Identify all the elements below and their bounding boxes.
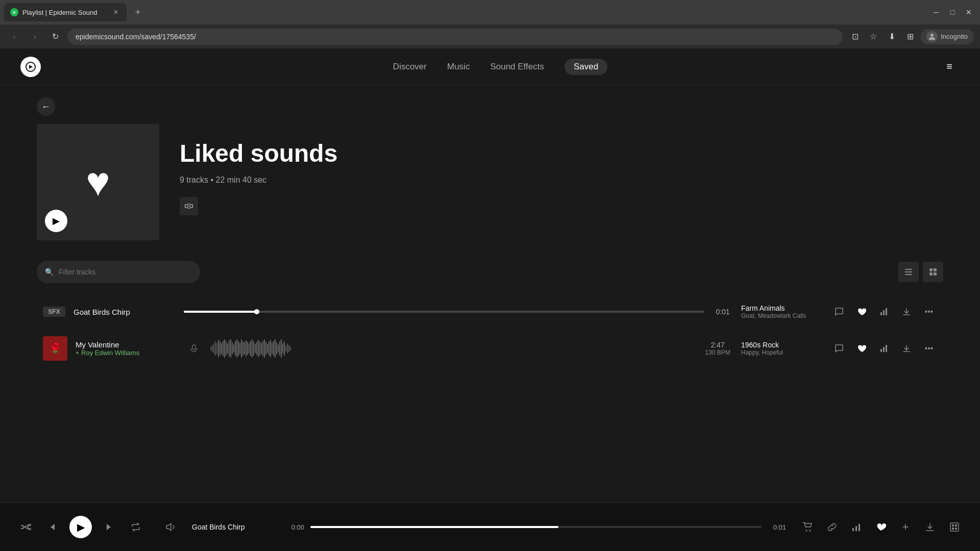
extension-icon[interactable]: ⊞ [902,29,918,45]
svg-rect-16 [852,528,854,531]
address-bar[interactable]: epidemicsound.com/saved/17564535/ [67,29,843,45]
logo-circle [20,57,41,77]
track-actions: ••• [831,304,937,320]
grid-view-button[interactable] [923,262,943,282]
app-container: Discover Music Sound Effects Saved ≡ ← ♥… [0,48,980,503]
svg-rect-17 [855,526,857,531]
browser-titlebar: e Playlist | Epidemic Sound ✕ + ─ □ ✕ [0,0,980,24]
track-bpm: 130 BPM [702,349,733,356]
volume-button[interactable] [161,518,180,536]
sfx-progress-bar [184,311,704,313]
track-waveform[interactable] [210,338,694,359]
track-waveform[interactable] [184,302,704,322]
player-like-button[interactable] [872,518,890,536]
track-item[interactable]: SFX Goat Birds Chirp 0:01 Farm Animals G… [37,293,943,330]
player-bar: ▶ Goat Birds Chirp 0:00 0:01 + [0,503,980,551]
browser-tab[interactable]: e Playlist | Epidemic Sound ✕ [4,3,127,21]
more-options-button[interactable]: ••• [921,340,937,357]
download-icon[interactable]: ⬇ [884,29,900,45]
player-time-total: 0:01 [768,523,786,531]
previous-button[interactable] [43,518,61,536]
svg-rect-1 [905,271,912,272]
track-info: My Valentine + Roy Edwin Williams [76,340,178,357]
refresh-button[interactable]: ↻ [47,29,63,45]
stats-button[interactable] [876,304,892,320]
close-window-button[interactable]: ✕ [962,5,976,19]
track-list: SFX Goat Birds Chirp 0:01 Farm Animals G… [37,293,943,367]
back-button[interactable]: ← [37,97,55,116]
nav-saved[interactable]: Saved [565,59,607,75]
maximize-button[interactable]: □ [945,5,960,19]
nav-menu-button[interactable]: ≡ [939,57,960,77]
new-tab-button[interactable]: + [131,5,145,19]
forward-nav-button[interactable]: › [27,29,43,45]
playlist-cover: ♥ ▶ [37,124,159,240]
svg-rect-3 [929,268,933,271]
svg-rect-13 [886,345,887,352]
svg-rect-19 [950,523,959,531]
stats-button[interactable] [876,340,892,357]
comment-button[interactable] [831,340,847,357]
like-button[interactable] [853,340,870,357]
comment-button[interactable] [831,304,847,320]
repeat-button[interactable] [127,518,145,536]
svg-point-15 [810,530,811,532]
svg-rect-2 [905,274,912,275]
download-button[interactable] [898,340,915,357]
bookmark-icon[interactable]: ☆ [865,29,881,45]
list-view-button[interactable] [898,262,919,282]
app-nav: Discover Music Sound Effects Saved ≡ [0,48,980,85]
player-actions: + [798,518,964,536]
back-nav-button[interactable]: ‹ [6,29,22,45]
nav-sound-effects[interactable]: Sound Effects [490,60,544,74]
track-duration-block: 2:47 130 BPM [702,341,733,356]
filter-input-wrapper[interactable]: 🔍 [37,261,200,283]
browser-toolbar: ‹ › ↻ epidemicsound.com/saved/17564535/ … [0,24,980,48]
svg-rect-22 [952,528,954,530]
toolbar-icons: ⊡ ☆ ⬇ ⊞ Incognito [847,29,974,45]
player-progress-bar[interactable] [310,526,762,528]
track-item[interactable]: 🌹 My Valentine + Roy Edwin Williams [37,330,943,367]
download-button[interactable] [898,304,915,320]
like-button[interactable] [853,304,870,320]
playlist-meta: 9 tracks • 22 min 40 sec [180,176,337,185]
view-toggle-buttons [898,262,943,282]
player-stats-button[interactable] [847,518,866,536]
sfx-progress-dot [254,309,259,314]
player-download-button[interactable] [921,518,939,536]
incognito-label: Incognito [941,33,968,40]
svg-rect-20 [952,524,954,527]
player-cart-button[interactable] [798,518,817,536]
app-logo[interactable] [20,57,41,77]
playlist-play-button[interactable]: ▶ [45,210,67,232]
player-controls: ▶ [16,516,145,538]
more-options-button[interactable]: ••• [921,304,937,320]
svg-rect-11 [880,349,882,352]
tab-close-button[interactable]: ✕ [111,8,120,17]
next-button[interactable] [100,518,118,536]
player-embed-button[interactable] [945,518,964,536]
filter-tracks-input[interactable] [59,268,192,276]
svg-rect-4 [934,268,937,271]
player-play-button[interactable]: ▶ [69,516,92,538]
minimize-button[interactable]: ─ [929,5,943,19]
track-genre-block: Farm Animals Goat, Meadowlark Calls [741,304,823,319]
nav-discover[interactable]: Discover [393,60,427,74]
window-controls: ─ □ ✕ [929,5,976,19]
waveform-bars [210,338,694,359]
avatar [926,31,938,42]
svg-rect-21 [955,524,957,527]
shuffle-button[interactable] [16,518,35,536]
playlist-link-button[interactable] [180,197,198,215]
nav-music[interactable]: Music [447,60,470,74]
incognito-button[interactable]: Incognito [920,29,974,44]
screen-cast-icon[interactable]: ⊡ [847,29,863,45]
svg-rect-12 [883,347,885,352]
playlist-header: ♥ ▶ Liked sounds 9 tracks • 22 min 40 se… [37,124,943,240]
track-tag-sfx: SFX [43,307,65,317]
track-thumbnail: 🌹 [43,336,67,361]
player-link-button[interactable] [823,518,841,536]
player-add-button[interactable]: + [896,518,915,536]
svg-rect-10 [192,345,195,349]
svg-rect-0 [905,269,912,270]
